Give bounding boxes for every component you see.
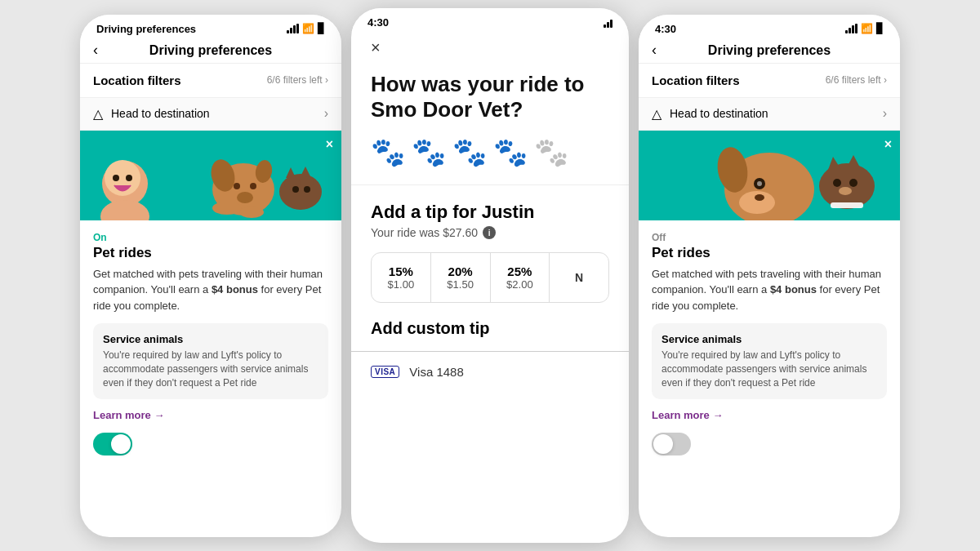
right-phone: 4:30 📶 ▊ ‹ Driving preferences Location …	[639, 15, 900, 537]
signal-icon-middle	[604, 18, 612, 28]
service-box-desc-right: You're required by law and Lyft's policy…	[662, 349, 877, 389]
back-button-right[interactable]: ‹	[652, 42, 657, 59]
location-filters-left[interactable]: Location filters 6/6 filters left ›	[80, 64, 341, 98]
pet-status-right: Off	[652, 232, 887, 243]
svg-point-5	[239, 207, 264, 218]
tip-amt-15: $1.00	[388, 278, 415, 291]
service-box-desc-left: You're required by law and Lyft's policy…	[103, 349, 318, 389]
close-button[interactable]: ×	[371, 32, 381, 64]
svg-point-17	[304, 186, 310, 193]
payment-row: VISA Visa 1488	[371, 365, 609, 379]
ride-question: How was your ride to Smo Door Vet?	[371, 72, 609, 122]
battery-icon-left: ▊	[318, 23, 325, 34]
destination-label-right: Head to destination	[670, 107, 768, 120]
filters-meta-right: 6/6 filters left ›	[826, 74, 887, 86]
divider-1	[351, 184, 629, 185]
svg-point-28	[819, 163, 875, 209]
destination-row-left[interactable]: △ Head to destination ›	[80, 98, 341, 131]
tip-pct-25: 25%	[507, 264, 532, 278]
svg-point-10	[237, 192, 253, 203]
custom-tip-label[interactable]: Add custom tip	[371, 319, 609, 338]
svg-point-13	[301, 176, 314, 188]
destination-row-right[interactable]: △ Head to destination ›	[639, 98, 900, 131]
pet-content-right: Off Pet rides Get matched with pets trav…	[639, 220, 900, 468]
paw-3[interactable]: 🐾	[452, 136, 487, 168]
nav-header-right: ‹ Driving preferences	[639, 38, 900, 64]
card-number: Visa 1488	[409, 365, 463, 379]
location-filters-label-left: Location filters	[93, 73, 181, 87]
time-right: 4:30	[655, 23, 676, 35]
tip-options: 15% $1.00 20% $1.50 25% $2.00 N	[371, 252, 609, 303]
tip-content: × How was your ride to Smo Door Vet? 🐾 🐾…	[351, 32, 629, 543]
svg-point-24	[739, 191, 775, 214]
status-bar-middle: 4:30	[351, 8, 629, 32]
svg-point-32	[849, 179, 858, 187]
svg-point-9	[250, 183, 256, 189]
banner-close-left[interactable]: ×	[326, 137, 333, 152]
tip-for-title: Add a tip for Justin	[371, 202, 609, 223]
wifi-icon-left: 📶	[302, 23, 314, 34]
paw-4[interactable]: 🐾	[493, 136, 528, 168]
tip-option-20[interactable]: 20% $1.50	[431, 253, 491, 302]
battery-icon-right: ▊	[876, 23, 884, 34]
destination-chevron-left: ›	[324, 106, 328, 121]
wifi-icon-right: 📶	[861, 23, 873, 34]
tip-none-label: N	[575, 271, 583, 284]
svg-point-8	[234, 183, 240, 189]
tip-amt-25: $2.00	[506, 278, 533, 291]
toggle-left[interactable]	[93, 433, 132, 455]
filters-meta-left: 6/6 filters left ›	[267, 74, 328, 86]
back-button-left[interactable]: ‹	[93, 42, 98, 59]
learn-more-right[interactable]: Learn more →	[652, 409, 887, 421]
nav-title-left: Driving preferences	[149, 43, 272, 58]
app-container: Driving preferences 📶 ▊ ‹ Driving prefer…	[0, 0, 980, 551]
learn-more-left[interactable]: Learn more →	[93, 409, 328, 421]
tip-amt-20: $1.50	[447, 278, 474, 291]
tip-option-25[interactable]: 25% $2.00	[491, 253, 550, 302]
paw-rating: 🐾 🐾 🐾 🐾 🐾	[371, 136, 609, 168]
destination-icon-right: △	[652, 106, 662, 122]
status-icons-middle	[604, 18, 612, 28]
status-bar-left: Driving preferences 📶 ▊	[80, 15, 341, 38]
service-box-left: Service animals You're required by law a…	[93, 323, 328, 399]
banner-close-right[interactable]: ×	[884, 137, 892, 152]
left-phone: Driving preferences 📶 ▊ ‹ Driving prefer…	[80, 15, 341, 537]
paw-1[interactable]: 🐾	[371, 136, 405, 168]
location-filters-right[interactable]: Location filters 6/6 filters left ›	[639, 64, 900, 98]
status-icons-left: 📶 ▊	[287, 23, 325, 34]
svg-point-33	[839, 187, 852, 195]
time-middle: 4:30	[368, 16, 389, 29]
paw-2[interactable]: 🐾	[412, 136, 446, 168]
info-icon[interactable]: i	[483, 226, 496, 239]
svg-point-31	[833, 179, 841, 187]
svg-point-19	[113, 175, 119, 181]
tip-pct-15: 15%	[389, 264, 413, 278]
pet-title-left: Pet rides	[93, 245, 328, 261]
destination-chevron-right: ›	[883, 106, 887, 121]
pet-banner-left: ×	[80, 131, 341, 220]
location-filters-label-right: Location filters	[652, 73, 740, 87]
status-bar-right: 4:30 📶 ▊	[639, 15, 900, 38]
signal-icon-left	[287, 24, 299, 33]
tip-option-15[interactable]: 15% $1.00	[372, 253, 431, 302]
destination-label-left: Head to destination	[111, 107, 210, 120]
svg-point-16	[292, 186, 299, 193]
nav-title-right: Driving preferences	[708, 43, 831, 58]
toggle-right[interactable]	[652, 433, 691, 455]
pet-content-left: On Pet rides Get matched with pets trave…	[80, 220, 341, 468]
svg-point-26	[757, 181, 762, 186]
svg-point-20	[126, 175, 132, 181]
pet-banner-right: ×	[639, 131, 900, 220]
toggle-knob-right	[653, 434, 673, 454]
status-icons-right: 📶 ▊	[845, 23, 884, 34]
ride-cost: Your ride was $27.60 i	[371, 226, 609, 239]
tip-option-none[interactable]: N	[550, 253, 608, 302]
time-left: Driving preferences	[96, 23, 196, 35]
paw-5[interactable]: 🐾	[534, 136, 568, 168]
pet-title-right: Pet rides	[652, 245, 887, 261]
svg-rect-34	[831, 202, 863, 208]
service-box-right: Service animals You're required by law a…	[652, 323, 887, 399]
signal-icon-right	[845, 24, 858, 33]
svg-point-4	[212, 202, 242, 215]
toggle-knob-left	[111, 434, 131, 454]
